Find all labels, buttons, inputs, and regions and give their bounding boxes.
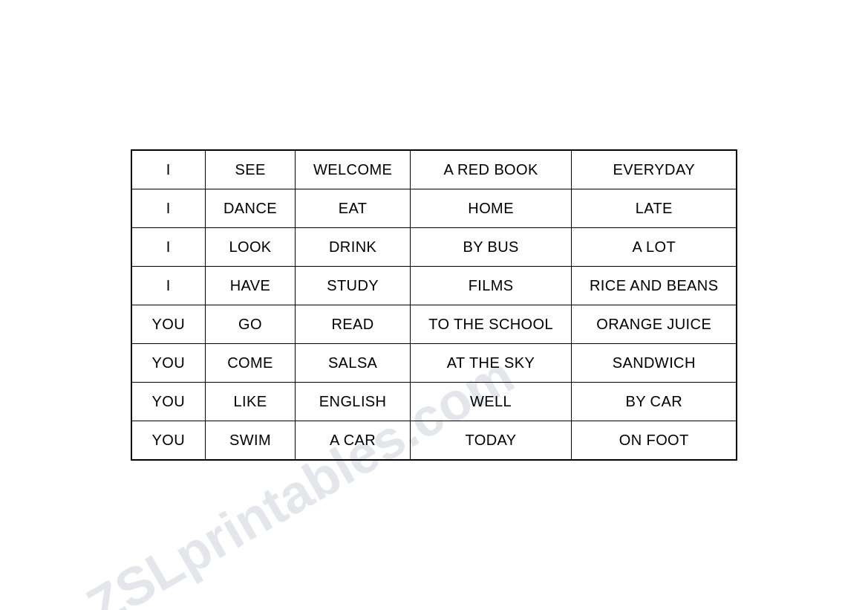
cell-5-4: SANDWICH xyxy=(572,344,737,383)
table-row: YOUCOMESALSAAT THE SKYSANDWICH xyxy=(131,344,737,383)
cell-4-1: GO xyxy=(206,305,296,344)
cell-7-0: YOU xyxy=(131,421,206,461)
cell-0-0: I xyxy=(131,150,206,189)
table-row: IDANCEEATHOMELATE xyxy=(131,189,737,228)
cell-3-2: STUDY xyxy=(296,267,411,305)
cell-3-4: RICE AND BEANS xyxy=(572,267,737,305)
cell-2-3: BY BUS xyxy=(411,228,572,267)
cell-4-2: READ xyxy=(296,305,411,344)
cell-5-3: AT THE SKY xyxy=(411,344,572,383)
cell-1-1: DANCE xyxy=(206,189,296,228)
cell-5-1: COME xyxy=(206,344,296,383)
cell-6-1: LIKE xyxy=(206,383,296,421)
cell-5-0: YOU xyxy=(131,344,206,383)
cell-1-0: I xyxy=(131,189,206,228)
cell-6-2: ENGLISH xyxy=(296,383,411,421)
cell-7-3: TODAY xyxy=(411,421,572,461)
cell-2-2: DRINK xyxy=(296,228,411,267)
word-table: ISEEWELCOMEA RED BOOKEVERYDAYIDANCEEATHO… xyxy=(131,149,738,461)
cell-3-1: HAVE xyxy=(206,267,296,305)
cell-2-0: I xyxy=(131,228,206,267)
table-row: IHAVESTUDYFILMSRICE AND BEANS xyxy=(131,267,737,305)
cell-1-2: EAT xyxy=(296,189,411,228)
cell-4-0: YOU xyxy=(131,305,206,344)
table-row: ISEEWELCOMEA RED BOOKEVERYDAY xyxy=(131,150,737,189)
cell-6-3: WELL xyxy=(411,383,572,421)
cell-7-2: A CAR xyxy=(296,421,411,461)
cell-6-4: BY CAR xyxy=(572,383,737,421)
cell-0-4: EVERYDAY xyxy=(572,150,737,189)
table-row: YOUSWIMA CARTODAYON FOOT xyxy=(131,421,737,461)
cell-2-1: LOOK xyxy=(206,228,296,267)
table-container: ISEEWELCOMEA RED BOOKEVERYDAYIDANCEEATHO… xyxy=(131,149,738,461)
cell-0-2: WELCOME xyxy=(296,150,411,189)
cell-3-3: FILMS xyxy=(411,267,572,305)
cell-0-3: A RED BOOK xyxy=(411,150,572,189)
table-row: YOULIKEENGLISHWELLBY CAR xyxy=(131,383,737,421)
cell-7-4: ON FOOT xyxy=(572,421,737,461)
cell-3-0: I xyxy=(131,267,206,305)
cell-1-3: HOME xyxy=(411,189,572,228)
cell-6-0: YOU xyxy=(131,383,206,421)
cell-4-3: TO THE SCHOOL xyxy=(411,305,572,344)
cell-4-4: ORANGE JUICE xyxy=(572,305,737,344)
cell-7-1: SWIM xyxy=(206,421,296,461)
cell-1-4: LATE xyxy=(572,189,737,228)
table-row: YOUGOREADTO THE SCHOOLORANGE JUICE xyxy=(131,305,737,344)
cell-5-2: SALSA xyxy=(296,344,411,383)
cell-2-4: A LOT xyxy=(572,228,737,267)
table-row: ILOOKDRINKBY BUSA LOT xyxy=(131,228,737,267)
cell-0-1: SEE xyxy=(206,150,296,189)
